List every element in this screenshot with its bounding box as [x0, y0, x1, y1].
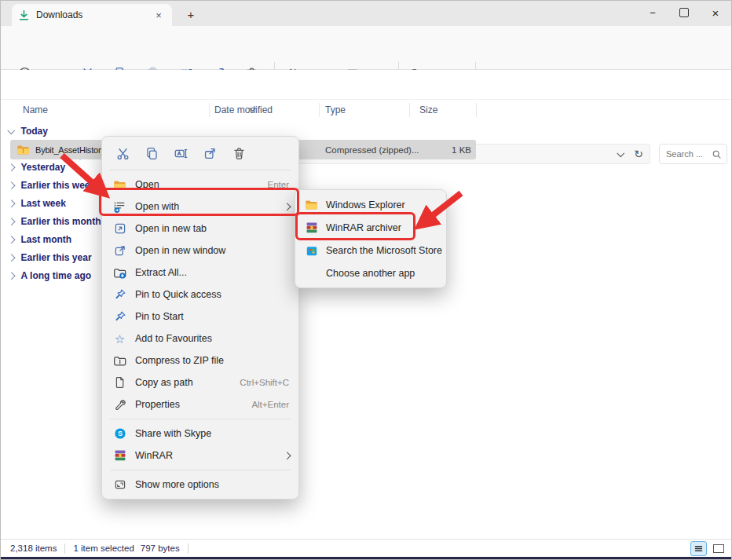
- items-count: 2,318 items: [10, 544, 57, 553]
- menu-item-show-more-options[interactable]: Show more options: [102, 474, 298, 496]
- menu-item-extract-all[interactable]: Extract All...: [102, 262, 298, 284]
- submenu-item-choose-another-app[interactable]: Choose another app: [295, 262, 446, 284]
- status-bar: 2,318 items 1 item selected 797 bytes: [1, 539, 731, 557]
- command-toolbar: New Sort: [1, 26, 731, 70]
- skype-icon: S: [113, 427, 126, 441]
- minimize-button[interactable]: −: [637, 1, 668, 24]
- winrar-icon: [305, 221, 318, 234]
- column-divider[interactable]: [209, 103, 210, 117]
- context-menu: Open Enter Open with Open in new tab Ope…: [101, 136, 299, 500]
- group-header-earlier-this-year[interactable]: Earlier this year: [9, 252, 92, 263]
- open-with-icon: [113, 200, 126, 214]
- sort-ascending-icon: [251, 100, 255, 114]
- navigation-bar: ← → ↑ › Downloads ↻: [1, 70, 731, 100]
- folder-icon: [113, 178, 126, 192]
- group-header-last-week[interactable]: Last week: [9, 198, 66, 209]
- copy-button[interactable]: [139, 141, 164, 165]
- status-divider: [64, 544, 65, 554]
- status-divider: [188, 544, 188, 554]
- zip-folder-icon: [16, 143, 30, 156]
- maximize-button[interactable]: [668, 1, 700, 24]
- selection-size: 797 bytes: [141, 544, 180, 553]
- new-tab-button[interactable]: +: [181, 5, 200, 23]
- column-divider[interactable]: [476, 103, 477, 117]
- thumbnail-icon: [713, 544, 724, 553]
- submenu-arrow-icon: [283, 203, 290, 210]
- column-header-size[interactable]: Size: [419, 100, 437, 120]
- column-divider[interactable]: [319, 103, 320, 117]
- group-header-last-month[interactable]: Last month: [9, 234, 71, 245]
- open-new-window-icon: [113, 244, 126, 258]
- details-view-button[interactable]: [690, 541, 707, 556]
- star-icon: ☆: [113, 332, 126, 346]
- selection-count: 1 item selected: [73, 544, 134, 553]
- file-type: Compressed (zipped)...: [325, 145, 419, 155]
- column-divider[interactable]: [409, 103, 410, 117]
- window-bottom-edge: [1, 557, 731, 559]
- group-header-today[interactable]: Today: [9, 126, 48, 137]
- menu-item-open[interactable]: Open Enter: [102, 174, 298, 196]
- pin-icon: [113, 310, 126, 324]
- menu-separator: [110, 419, 291, 419]
- menu-item-copy-as-path[interactable]: Copy as path Ctrl+Shift+C: [102, 372, 298, 393]
- menu-item-properties[interactable]: Properties Alt+Enter: [102, 393, 298, 415]
- search-box[interactable]: [659, 144, 727, 164]
- menu-item-compress-to-zip[interactable]: Compress to ZIP file: [102, 350, 298, 372]
- chevron-right-icon: [8, 236, 15, 243]
- submenu-item-winrar-archiver[interactable]: WinRAR archiver: [295, 216, 446, 239]
- share-button[interactable]: [197, 141, 222, 165]
- chevron-right-icon: [8, 254, 15, 261]
- tab-downloads[interactable]: Downloads ×: [12, 4, 172, 26]
- title-bar: Downloads × + − ×: [1, 1, 731, 26]
- large-icons-view-button[interactable]: [710, 541, 727, 556]
- delete-button[interactable]: [226, 141, 251, 165]
- cut-button[interactable]: [110, 141, 135, 165]
- menu-separator: [110, 170, 291, 170]
- menu-item-pin-to-start[interactable]: Pin to Start: [102, 306, 298, 328]
- close-button[interactable]: ×: [700, 1, 731, 24]
- open-with-submenu: Windows Explorer WinRAR archiver Search …: [295, 189, 447, 288]
- group-header-yesterday[interactable]: Yesterday: [9, 162, 65, 173]
- folder-icon: [305, 198, 318, 211]
- extract-all-icon: [113, 266, 126, 280]
- expand-icon: [113, 478, 126, 492]
- ms-store-icon: [305, 243, 318, 257]
- column-header-name[interactable]: Name: [23, 100, 48, 120]
- column-header-type[interactable]: Type: [325, 100, 346, 120]
- pin-icon: [113, 288, 126, 302]
- context-menu-icon-row: [102, 140, 298, 167]
- chevron-right-icon: [8, 218, 15, 225]
- document-icon: [113, 376, 126, 390]
- menu-item-open-in-new-tab[interactable]: Open in new tab: [102, 218, 298, 240]
- menu-item-add-to-favourites[interactable]: ☆ Add to Favourites: [102, 328, 298, 350]
- menu-item-pin-to-quick-access[interactable]: Pin to Quick access: [102, 284, 298, 306]
- chevron-right-icon: [8, 163, 15, 170]
- rename-button[interactable]: [168, 141, 193, 165]
- menu-item-winrar[interactable]: WinRAR: [102, 445, 298, 467]
- search-input[interactable]: [664, 148, 712, 159]
- chevron-right-icon: [8, 272, 15, 279]
- column-header-date-modified[interactable]: Date modified: [214, 100, 273, 120]
- menu-item-open-in-new-window[interactable]: Open in new window: [102, 240, 298, 262]
- menu-item-open-with[interactable]: Open with: [102, 196, 298, 218]
- svg-text:S: S: [117, 430, 122, 437]
- submenu-item-windows-explorer[interactable]: Windows Explorer: [295, 193, 446, 216]
- submenu-arrow-icon: [283, 452, 290, 459]
- open-new-tab-icon: [113, 222, 126, 236]
- chevron-right-icon: [8, 181, 15, 188]
- search-icon: [712, 149, 722, 159]
- tab-close-button[interactable]: ×: [152, 8, 166, 22]
- submenu-item-search-microsoft-store[interactable]: Search the Microsoft Store: [295, 239, 446, 262]
- address-dropdown-icon[interactable]: [617, 149, 624, 156]
- wrench-icon: [113, 398, 126, 412]
- group-header-a-long-time-ago[interactable]: A long time ago: [9, 270, 91, 281]
- group-header-earlier-this-week[interactable]: Earlier this week: [9, 180, 95, 191]
- menu-separator: [110, 470, 291, 470]
- menu-item-share-with-skype[interactable]: S Share with Skype: [102, 423, 298, 445]
- group-header-earlier-this-month[interactable]: Earlier this month: [9, 216, 101, 227]
- refresh-icon[interactable]: ↻: [634, 148, 643, 160]
- download-icon: [18, 9, 30, 21]
- zip-compress-icon: [113, 354, 126, 368]
- file-size: 1 KB: [452, 145, 471, 155]
- file-name: Bybit_AssetHistory_: [35, 145, 103, 155]
